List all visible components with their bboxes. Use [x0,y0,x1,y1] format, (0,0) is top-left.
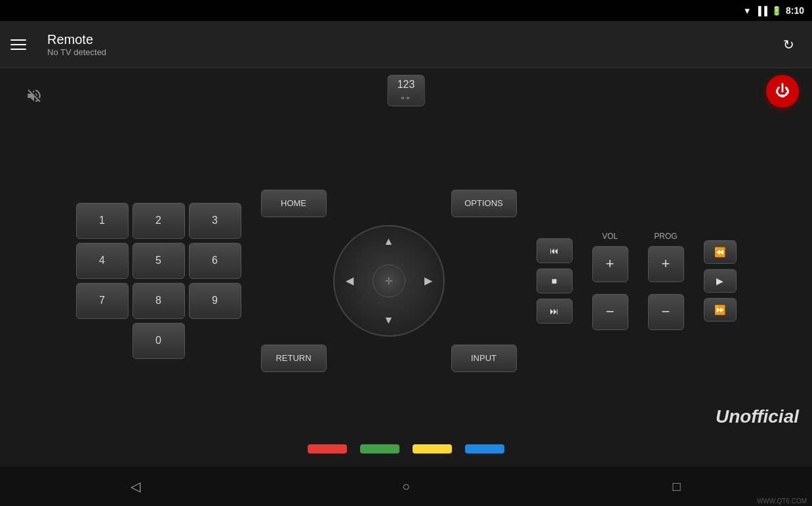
vol-plus[interactable]: + [592,246,628,282]
key-5[interactable]: 5 [132,243,185,279]
key-9[interactable]: 9 [189,283,241,319]
yellow-button[interactable] [413,444,452,453]
vol-section: VOL + − [592,232,628,330]
skip-section: ⏪ ▶ ⏩ [704,240,737,322]
dpad-up[interactable]: ▲ [379,232,399,251]
refresh-button[interactable]: ↻ [775,32,802,58]
app-title-section: Remote No TV detected [47,32,775,57]
numpad: 1 2 3 4 5 6 7 8 9 0 [76,203,241,359]
status-icons: ▼ ▐▐ 🔋 8:10 [743,5,804,16]
prog-minus[interactable]: − [648,294,684,330]
signal-icon: ▐▐ [756,6,767,16]
remote-area: 123⠶⠶ ⏻ 1 2 3 4 5 6 7 8 9 0 HOME OPTIONS [0,68,812,467]
blue-button[interactable] [465,444,504,453]
num123-label: 123⠶⠶ [397,79,415,102]
hamburger-line2 [10,44,26,45]
dpad-down[interactable]: ▼ [379,310,399,330]
vol-minus[interactable]: − [592,294,628,330]
unofficial-watermark: Unofficial [716,406,799,427]
options-button[interactable]: OPTIONS [451,190,517,217]
input-button[interactable]: INPUT [451,345,517,372]
bottom-nav: ◁ ○ □ WWW.QT6.COM [0,467,812,506]
dpad-right[interactable]: ▶ [418,271,438,291]
clock: 8:10 [786,5,804,16]
dpad-top-buttons: HOME OPTIONS [261,190,517,217]
red-button[interactable] [308,444,347,453]
dpad-row: ▲ ▼ ◀ ▶ ✛ [261,225,517,337]
color-buttons [308,444,504,453]
battery-icon: 🔋 [771,6,782,16]
media-next[interactable]: ⏭ [537,299,573,324]
key-8[interactable]: 8 [132,283,185,319]
vol-label: VOL [602,232,618,241]
home-button[interactable]: HOME [261,190,327,217]
play[interactable]: ▶ [704,269,737,293]
media-section: ⏮ ■ ⏭ [537,238,573,324]
dpad-circle: ▲ ▼ ◀ ▶ ✛ [333,225,445,337]
key-7[interactable]: 7 [76,283,129,319]
hamburger-line3 [10,49,26,50]
prog-plus[interactable]: + [648,246,684,282]
nav-home[interactable]: ○ [386,473,426,499]
num123-button[interactable]: 123⠶⠶ [388,75,425,106]
website-watermark: WWW.QT6.COM [757,497,807,505]
mute-button[interactable] [20,81,49,110]
dpad-section: HOME OPTIONS ▲ ▼ ◀ ▶ ✛ RETURN [261,190,517,372]
app-subtitle: No TV detected [47,47,775,57]
dpad-left[interactable]: ◀ [340,271,359,291]
green-button[interactable] [360,444,399,453]
return-button[interactable]: RETURN [261,345,327,372]
prog-label: PROG [654,232,677,241]
dpad-center[interactable]: ✛ [373,264,405,297]
media-stop[interactable]: ■ [537,268,573,293]
prog-section: PROG + − [648,232,684,330]
key-2[interactable]: 2 [132,203,185,239]
power-button[interactable]: ⏻ [766,75,799,108]
top-bar: Remote No TV detected ↻ [0,21,812,68]
key-3[interactable]: 3 [189,203,241,239]
controls-layout: 1 2 3 4 5 6 7 8 9 0 HOME OPTIONS [76,190,737,372]
key-0[interactable]: 0 [132,323,185,359]
key-4[interactable]: 4 [76,243,129,279]
skip-forward[interactable]: ⏩ [704,298,737,322]
nav-recent[interactable]: □ [657,473,697,499]
hamburger-menu[interactable] [10,33,34,56]
app-title: Remote [47,32,775,47]
media-prev[interactable]: ⏮ [537,238,573,263]
power-icon: ⏻ [775,83,790,100]
key-6[interactable]: 6 [189,243,241,279]
dpad-bottom-buttons: RETURN INPUT [261,345,517,372]
hamburger-line1 [10,39,26,41]
wifi-icon: ▼ [743,6,752,16]
nav-back[interactable]: ◁ [115,473,155,499]
key-1[interactable]: 1 [76,203,129,239]
status-bar: ▼ ▐▐ 🔋 8:10 [0,0,812,21]
skip-back[interactable]: ⏪ [704,240,737,264]
